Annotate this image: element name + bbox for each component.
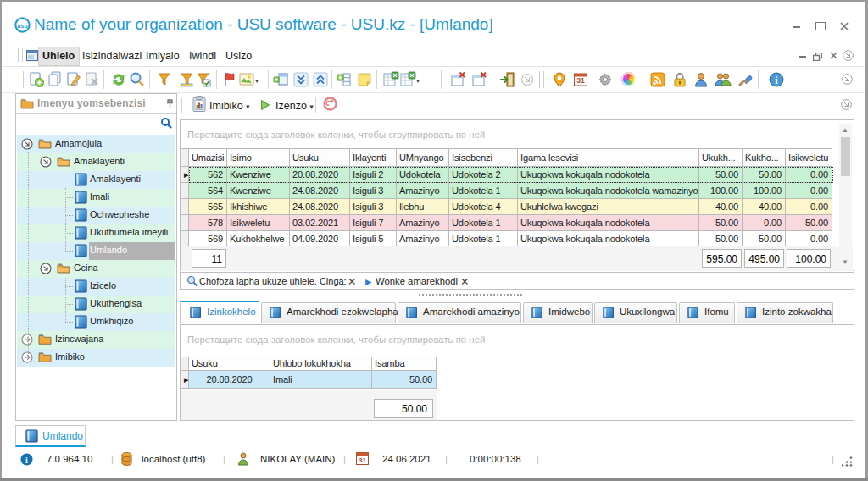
svg-text:i: i xyxy=(25,456,28,465)
svg-text:31: 31 xyxy=(359,456,366,464)
svg-text:31: 31 xyxy=(576,76,585,85)
